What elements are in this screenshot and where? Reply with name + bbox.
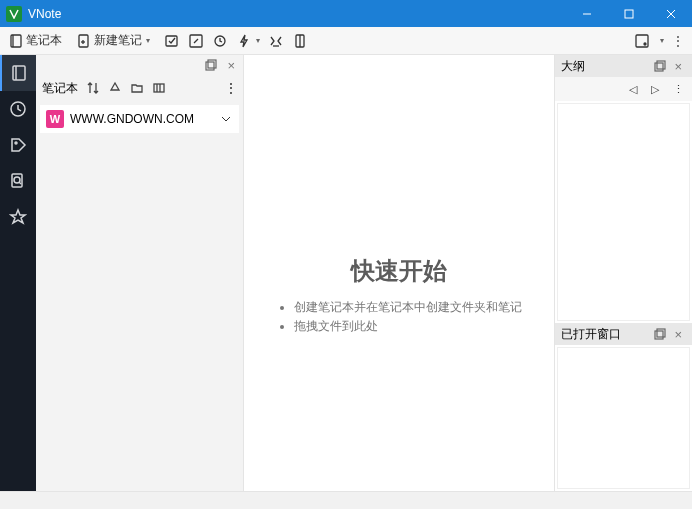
restore-icon[interactable] xyxy=(654,328,666,340)
chevron-down-icon: ▾ xyxy=(256,36,260,45)
opened-panel: 已打开窗口 × xyxy=(555,323,692,491)
notebook-more-icon[interactable]: ⋮ xyxy=(225,81,237,95)
main-toolbar: 笔记本 新建笔记 ▾ ▾ ▾ ⋮ xyxy=(0,27,692,55)
opened-close-icon[interactable]: × xyxy=(670,327,686,342)
window-title: VNote xyxy=(28,7,566,21)
recycle-icon[interactable] xyxy=(108,81,122,95)
sort-icon[interactable] xyxy=(86,81,100,95)
quickstart-item: 创建笔记本并在笔记本中创建文件夹和笔记 xyxy=(294,299,522,316)
outline-panel: 大纲 × ◁ ▷ ⋮ xyxy=(555,55,692,323)
svg-rect-24 xyxy=(206,62,214,70)
checkbox-tool-icon[interactable] xyxy=(160,31,184,51)
toolbar-menu-icon[interactable]: ⋮ xyxy=(668,32,688,50)
svg-rect-26 xyxy=(154,84,164,92)
svg-rect-29 xyxy=(655,63,663,71)
notebook-label: 笔记本 xyxy=(26,32,62,49)
columns-icon[interactable] xyxy=(152,81,166,95)
svg-line-23 xyxy=(19,182,21,184)
chevron-down-icon: ▾ xyxy=(146,36,150,45)
book-tool-icon[interactable] xyxy=(288,31,312,51)
activity-bar xyxy=(0,55,36,491)
main-area: × 笔记本 ⋮ W WWW.GNDOWN.COM 快速开始 创建笔记本并在笔记本… xyxy=(0,55,692,491)
svg-point-20 xyxy=(15,142,17,144)
activity-search-icon[interactable] xyxy=(0,163,36,199)
close-button[interactable] xyxy=(650,0,692,27)
quickstart-list: 创建笔记本并在笔记本中创建文件夹和笔记 拖拽文件到此处 xyxy=(276,299,522,337)
toolbar-more-icon[interactable]: ▾ xyxy=(654,34,668,47)
svg-rect-15 xyxy=(636,35,648,47)
outline-more-icon[interactable]: ⋮ xyxy=(673,83,684,96)
svg-rect-31 xyxy=(655,331,663,339)
quickstart-heading: 快速开始 xyxy=(351,255,447,287)
sidebar-header: × xyxy=(36,55,243,75)
activity-history-icon[interactable] xyxy=(0,91,36,127)
outline-body xyxy=(557,103,690,321)
snippet-tool-icon[interactable] xyxy=(264,31,288,51)
folder-icon[interactable] xyxy=(130,81,144,95)
outline-next-icon[interactable]: ▷ xyxy=(651,83,659,96)
notebook-sidebar: × 笔记本 ⋮ W WWW.GNDOWN.COM xyxy=(36,55,244,491)
svg-rect-9 xyxy=(166,36,177,46)
quickstart-item: 拖拽文件到此处 xyxy=(294,318,522,335)
notebook-badge: W xyxy=(46,110,64,128)
svg-rect-30 xyxy=(657,61,665,69)
svg-rect-25 xyxy=(208,60,216,68)
window-titlebar: VNote xyxy=(0,0,692,27)
opened-title: 已打开窗口 xyxy=(561,326,621,343)
restore-icon[interactable] xyxy=(205,59,217,71)
status-bar xyxy=(0,491,692,509)
sidebar-close-icon[interactable]: × xyxy=(223,58,239,73)
opened-body xyxy=(557,347,690,489)
restore-icon[interactable] xyxy=(654,60,666,72)
svg-rect-1 xyxy=(625,10,633,18)
svg-rect-17 xyxy=(13,66,25,80)
notebook-item[interactable]: W WWW.GNDOWN.COM xyxy=(40,105,239,133)
new-note-button[interactable]: 新建笔记 ▾ xyxy=(72,30,154,51)
editor-area: 快速开始 创建笔记本并在笔记本中创建文件夹和笔记 拖拽文件到此处 xyxy=(244,55,554,491)
outline-close-icon[interactable]: × xyxy=(670,59,686,74)
new-note-label: 新建笔记 xyxy=(94,32,142,49)
edit-tool-icon[interactable] xyxy=(184,31,208,51)
outline-title: 大纲 xyxy=(561,58,585,75)
expand-tool-icon[interactable] xyxy=(630,31,654,51)
app-logo-icon xyxy=(6,6,22,22)
notebook-button[interactable]: 笔记本 xyxy=(4,30,66,51)
outline-prev-icon[interactable]: ◁ xyxy=(629,83,637,96)
refresh-tool-icon[interactable] xyxy=(208,31,232,51)
maximize-button[interactable] xyxy=(608,0,650,27)
activity-notebook-icon[interactable] xyxy=(0,55,36,91)
notebook-item-name: WWW.GNDOWN.COM xyxy=(70,112,213,126)
minimize-button[interactable] xyxy=(566,0,608,27)
flash-tool-icon[interactable]: ▾ xyxy=(232,31,264,51)
notebook-toolbar: 笔记本 ⋮ xyxy=(36,75,243,101)
svg-point-16 xyxy=(644,43,646,45)
activity-tag-icon[interactable] xyxy=(0,127,36,163)
right-panels: 大纲 × ◁ ▷ ⋮ 已打开窗口 × xyxy=(554,55,692,491)
svg-rect-32 xyxy=(657,329,665,337)
notebook-bar-label: 笔记本 xyxy=(42,80,78,97)
chevron-down-icon[interactable] xyxy=(219,112,233,126)
activity-snippet-icon[interactable] xyxy=(0,199,36,235)
